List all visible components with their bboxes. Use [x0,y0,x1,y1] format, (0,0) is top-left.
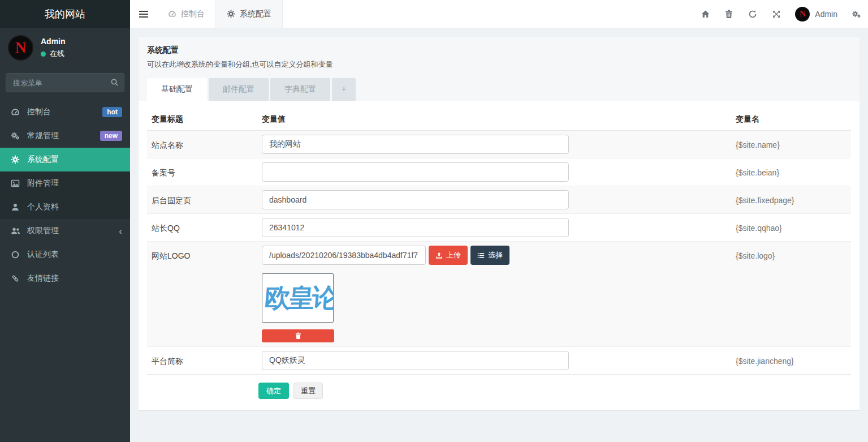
clear-cache-button[interactable] [717,0,741,28]
tab-mail-config[interactable]: 邮件配置 [209,78,269,101]
sidebar-item-label: 常规管理 [27,131,59,141]
link-icon [10,274,21,283]
field-label: 备案号 [147,158,257,186]
upload-button[interactable]: 上传 [429,246,468,265]
column-header: 变量名 [731,109,851,131]
sidebar-toggle-button[interactable] [130,0,157,28]
sidebar-item-dashboard[interactable]: 控制台 hot [0,100,130,124]
home-button[interactable] [693,0,717,28]
circle-icon [10,250,21,259]
variable-name: {$site.beian} [731,158,851,186]
user-icon [10,203,21,212]
sidebar-item-system-config[interactable]: 系统配置 [0,148,130,171]
sidebar-item-label: 个人资料 [27,202,59,212]
platform-shortname-input[interactable] [262,351,569,370]
top-navbar: 控制台 系统配置 [130,0,868,28]
home-icon [701,10,710,19]
table-row: 平台简称 {$site.jiancheng} [147,347,851,375]
cogs-icon [852,10,861,19]
user-menu[interactable]: N Admin [788,7,844,22]
field-label: 站点名称 [147,131,257,158]
dashboard-icon [10,108,21,117]
site-name-input[interactable] [262,135,569,154]
page-subtitle: 可以在此增改系统的变量和分组,也可以自定义分组和变量 [147,59,851,70]
variable-name: {$site.jiancheng} [731,347,851,375]
new-badge: new [100,131,122,141]
hot-badge: hot [102,107,122,117]
fullscreen-icon [772,10,781,19]
search-input[interactable] [6,73,124,92]
submit-button[interactable]: 确定 [258,383,289,399]
variable-name: {$site.name} [731,131,851,158]
sidebar-item-attachments[interactable]: 附件管理 [0,171,130,195]
sidebar-item-label: 附件管理 [27,178,59,188]
logo-preview: 欧皇论 [262,273,334,323]
config-tabs: 基础配置 邮件配置 字典配置 + [147,78,851,101]
online-dot [41,52,46,57]
table-row: 网站LOGO 上传 [147,242,851,347]
table-row: 后台固定页 {$site.fixedpage} [147,186,851,214]
qq-input[interactable] [262,218,569,237]
upload-label: 上传 [446,250,461,260]
field-label: 后台固定页 [147,186,257,214]
tab-basic-config[interactable]: 基础配置 [147,78,207,101]
gear-icon [10,155,21,164]
choose-button[interactable]: 选择 [470,246,509,265]
sidebar-item-label: 控制台 [27,107,51,117]
sidebar-item-general[interactable]: 常规管理 new [0,124,130,148]
sidebar-item-label: 友情链接 [27,273,59,284]
tab-add-button[interactable]: + [332,78,356,101]
logo-path-input[interactable] [262,246,426,265]
page-title: 系统配置 [147,45,851,55]
choose-label: 选择 [488,250,503,260]
nav-tab-dashboard[interactable]: 控制台 [157,0,215,28]
app-window: 我的网站 N Admin 在线 控制台 hot [0,0,868,442]
hamburger-icon [139,10,148,18]
delete-logo-button[interactable] [262,329,334,342]
sidebar-item-label: 认证列表 [27,250,59,260]
nav-tab-system-config[interactable]: 系统配置 [215,0,283,28]
dashboard-icon [168,10,176,18]
fullscreen-button[interactable] [765,0,788,28]
avatar: N [795,7,810,22]
sidebar-item-cert-list[interactable]: 认证列表 [0,243,130,267]
nav-tab-label: 控制台 [181,9,205,19]
users-icon [10,226,21,235]
table-row: 站长QQ {$site.qqhao} [147,214,851,242]
upload-icon [435,252,443,259]
field-label: 平台简称 [147,347,257,375]
variable-name: {$site.qqhao} [731,214,851,242]
cogs-icon [10,131,21,140]
panel-heading: 系统配置 可以在此增改系统的变量和分组,也可以自定义分组和变量 基础配置 邮件配… [139,37,860,101]
beian-input[interactable] [262,162,569,182]
config-panel: 系统配置 可以在此增改系统的变量和分组,也可以自定义分组和变量 基础配置 邮件配… [139,37,860,411]
image-icon [10,179,21,188]
sidebar: 我的网站 N Admin 在线 控制台 hot [0,0,130,442]
logo-preview-text: 欧皇论 [262,281,334,316]
table-row: 站点名称 {$site.name} [147,131,851,158]
sidebar-item-auth[interactable]: 权限管理 ‹ [0,219,130,243]
reset-button[interactable]: 重置 [293,383,323,399]
sidebar-item-label: 系统配置 [27,155,59,165]
search-icon [110,78,119,87]
config-table: 变量标题 变量值 变量名 站点名称 {$site.name} [147,109,851,374]
gear-icon [227,10,235,18]
settings-button[interactable] [844,0,868,28]
content-area: 系统配置 可以在此增改系统的变量和分组,也可以自定义分组和变量 基础配置 邮件配… [130,28,868,442]
sidebar-item-links[interactable]: 友情链接 [0,267,130,290]
column-header: 变量值 [257,109,731,131]
field-label: 网站LOGO [147,242,257,347]
variable-name: {$site.logo} [731,242,851,347]
field-label: 站长QQ [147,214,257,242]
sidebar-menu: 控制台 hot 常规管理 new 系统配置 附件管理 [0,100,130,290]
tab-dictionary-config[interactable]: 字典配置 [270,78,330,101]
fixedpage-input[interactable] [262,190,569,209]
avatar: N [8,35,33,61]
user-panel: N Admin 在线 [0,28,130,66]
table-row: 备案号 {$site.beian} [147,158,851,186]
menu-search [6,73,124,92]
nav-tab-label: 系统配置 [240,9,271,19]
panel-body: 变量标题 变量值 变量名 站点名称 {$site.name} [139,101,860,410]
refresh-button[interactable] [741,0,765,28]
sidebar-item-profile[interactable]: 个人资料 [0,195,130,219]
